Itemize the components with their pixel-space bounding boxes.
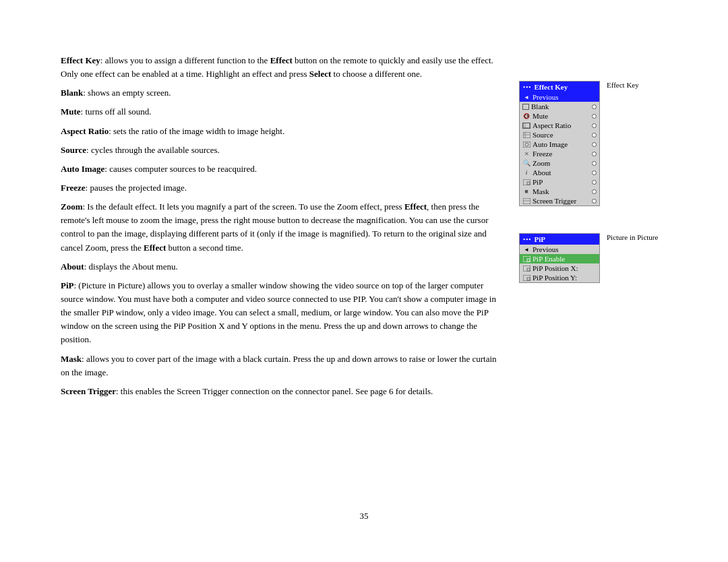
pip-widget: ••• PiP ◄ Previous	[519, 233, 667, 283]
previous-icon: ◄	[522, 94, 530, 100]
source-radio	[592, 133, 597, 137]
about-icon: i	[522, 169, 530, 176]
screentrigger-icon	[522, 197, 530, 204]
menu-item-pip[interactable]: PiP	[520, 177, 599, 187]
right-column: ••• Effect Key ◄ Previous	[519, 54, 667, 497]
mute-icon: 🔇	[522, 113, 530, 119]
svg-rect-9	[523, 198, 530, 204]
para-aspect: Aspect Ratio: sets the ratio of the imag…	[61, 125, 499, 138]
para-source: Source: cycles through the available sou…	[61, 144, 499, 157]
pip-widget-label: Picture in Picture	[607, 233, 658, 241]
main-text: Effect Key: allows you to assign a diffe…	[61, 54, 499, 497]
pip-posx-label: PiP Position X:	[533, 264, 578, 272]
effect-key-bold: Effect Key	[61, 55, 100, 65]
about-radio	[592, 170, 597, 175]
freeze-icon: ✕	[522, 150, 530, 157]
mute-label: Mute	[533, 112, 548, 120]
svg-rect-5	[523, 142, 530, 148]
autoimage-icon	[522, 141, 530, 148]
menu-item-autoimage[interactable]: Auto Image	[520, 139, 599, 149]
pip-title-bar: ••• PiP	[520, 234, 599, 245]
autoimage-radio	[592, 142, 597, 147]
svg-rect-14	[527, 268, 530, 271]
pip-label: PiP	[533, 178, 543, 186]
pip-menu-item-posy[interactable]: PiP Position Y:	[520, 273, 599, 282]
menu-item-mask[interactable]: ■ Mask	[520, 187, 599, 196]
pip-menu-item-previous[interactable]: ◄ Previous	[520, 245, 599, 254]
blank-radio	[592, 104, 597, 109]
svg-rect-12	[527, 259, 530, 261]
zoom-label: Zoom	[533, 159, 550, 167]
para-pip: PiP: (Picture in Picture) allows you to …	[61, 279, 499, 347]
freeze-label: Freeze	[533, 150, 552, 158]
pip-enable-icon	[522, 255, 530, 262]
para-autoimage: Auto Image: causes computer sources to b…	[61, 162, 499, 176]
aspect-radio	[592, 123, 597, 128]
menu-item-screentrigger[interactable]: Screen Trigger	[520, 196, 599, 206]
screentrigger-radio	[592, 199, 597, 204]
pip-menu-item-posx[interactable]: PiP Position X:	[520, 263, 599, 273]
pip-posy-label: PiP Position Y:	[533, 274, 577, 282]
page-number: 35	[61, 511, 667, 522]
para-freeze: Freeze: pauses the projected image.	[61, 181, 499, 195]
menu-item-freeze[interactable]: ✕ Freeze	[520, 149, 599, 158]
blank-icon	[522, 104, 529, 110]
freeze-radio	[592, 152, 597, 156]
zoom-radio	[592, 161, 597, 166]
mask-icon: ■	[522, 188, 530, 195]
about-label: About	[533, 168, 551, 177]
svg-rect-0	[523, 123, 530, 128]
effect-key-widget-label: Effect Key	[607, 81, 639, 89]
mask-label: Mask	[533, 187, 549, 195]
menu-item-mute[interactable]: 🔇 Mute	[520, 111, 599, 121]
menu-item-blank[interactable]: Blank	[520, 102, 599, 111]
pip-title: PiP	[534, 235, 545, 243]
pip-enable-label: PiP Enable	[533, 255, 565, 263]
effect-key-title-bar: ••• Effect Key	[520, 82, 599, 92]
menu-item-source[interactable]: Source	[520, 130, 599, 139]
pip-radio	[592, 180, 597, 185]
svg-rect-16	[527, 278, 530, 280]
effect-key-title: Effect Key	[534, 83, 568, 91]
para-mute: Mute: turns off all sound.	[61, 105, 499, 119]
para-zoom: Zoom: Is the default effect. It lets you…	[61, 200, 499, 255]
para-effect-key: Effect Key: allows you to assign a diffe…	[61, 54, 499, 81]
pip-title-dots: •••	[523, 236, 531, 243]
autoimage-label: Auto Image	[533, 140, 568, 148]
svg-point-6	[525, 143, 528, 146]
menu-item-previous[interactable]: ◄ Previous	[520, 92, 599, 102]
zoom-icon: 🔍	[522, 160, 530, 166]
pip-previous-label: Previous	[533, 245, 559, 253]
mask-radio	[592, 189, 597, 194]
aspect-icon	[522, 123, 530, 129]
source-icon	[522, 131, 530, 138]
source-label: Source	[533, 131, 553, 139]
pip-menu-item-enable[interactable]: PiP Enable	[520, 254, 599, 263]
blank-label: Blank	[531, 102, 549, 111]
pip-menu: ••• PiP ◄ Previous	[519, 233, 600, 283]
aspect-label: Aspect Ratio	[533, 121, 571, 129]
svg-rect-8	[527, 182, 530, 185]
pip-icon	[522, 179, 530, 185]
previous-label: Previous	[533, 93, 559, 101]
screentrigger-label: Screen Trigger	[533, 197, 576, 205]
menu-item-zoom[interactable]: 🔍 Zoom	[520, 158, 599, 168]
pip-posy-icon	[522, 274, 530, 281]
menu-item-aspect[interactable]: Aspect Ratio	[520, 121, 599, 130]
mute-radio	[592, 114, 597, 119]
effect-key-menu: ••• Effect Key ◄ Previous	[519, 81, 600, 206]
para-blank: Blank: shows an empty screen.	[61, 86, 499, 100]
effect-key-widget: ••• Effect Key ◄ Previous	[519, 81, 667, 206]
para-mask: Mask: allows you to cover part of the im…	[61, 352, 499, 379]
title-dots: •••	[523, 84, 531, 90]
menu-item-about[interactable]: i About	[520, 168, 599, 177]
pip-posx-icon	[522, 265, 530, 272]
para-screentrigger: Screen Trigger: this enables the Screen …	[61, 385, 499, 398]
pip-previous-icon: ◄	[522, 246, 530, 253]
svg-rect-2	[523, 132, 530, 138]
para-about: About: displays the About menu.	[61, 260, 499, 274]
